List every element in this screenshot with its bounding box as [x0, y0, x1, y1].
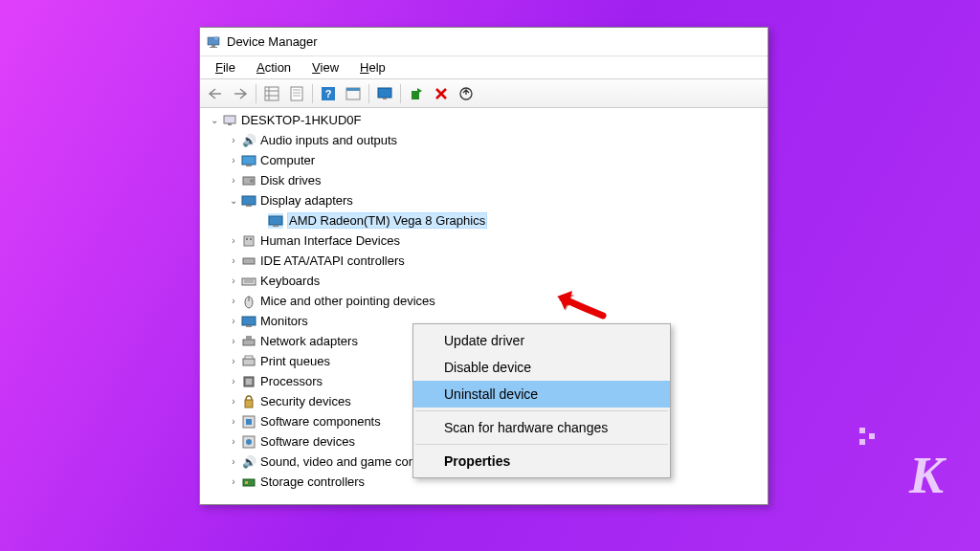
tree-category[interactable]: ›Keyboards	[204, 271, 768, 291]
scan-hardware-button[interactable]	[373, 82, 396, 105]
watermark-logo: K	[909, 446, 942, 505]
keyboard-icon	[241, 274, 256, 289]
chevron-down-icon[interactable]: ⌄	[208, 114, 221, 127]
chevron-right-icon[interactable]: ›	[227, 415, 240, 429]
tree-category[interactable]: ›🔊Audio inputs and outputs	[204, 130, 768, 150]
update-driver-button[interactable]	[455, 82, 478, 105]
tree-category-display-adapters[interactable]: ⌄Display adapters	[204, 190, 768, 210]
arrow-left-icon	[208, 87, 223, 100]
svg-rect-30	[244, 236, 254, 246]
chevron-right-icon[interactable]: ›	[227, 254, 240, 268]
menu-help[interactable]: Help	[350, 57, 395, 77]
svg-rect-1	[212, 45, 215, 47]
chevron-right-icon[interactable]: ›	[227, 455, 240, 469]
watermark-dots-icon	[859, 428, 884, 455]
disable-button[interactable]	[430, 82, 453, 105]
chevron-right-icon[interactable]: ›	[227, 475, 240, 489]
arrow-right-icon	[233, 87, 248, 100]
forward-button[interactable]	[229, 82, 252, 105]
tree-category[interactable]: ›Human Interface Devices	[204, 231, 768, 251]
context-menu-properties[interactable]: Properties	[413, 448, 670, 474]
menu-file[interactable]: File	[206, 57, 245, 77]
show-hidden-button[interactable]	[260, 82, 283, 105]
titlebar[interactable]: Device Manager	[200, 28, 768, 56]
menu-view[interactable]: View	[302, 57, 348, 77]
svg-rect-43	[243, 359, 255, 365]
chevron-right-icon[interactable]: ›	[227, 295, 240, 308]
tree-root[interactable]: ⌄ DESKTOP-1HKUD0F	[204, 110, 768, 130]
svg-rect-53	[245, 481, 248, 484]
svg-rect-41	[243, 340, 255, 345]
view-button[interactable]	[342, 82, 365, 105]
device-manager-window: Device Manager File Action View Help ?	[199, 27, 768, 505]
mouse-icon	[241, 294, 256, 309]
tree-device-amd-radeon[interactable]: AMD Radeon(TM) Vega 8 Graphics	[204, 210, 768, 231]
chevron-right-icon[interactable]: ›	[227, 315, 240, 328]
hid-icon	[241, 233, 256, 249]
monitor-icon	[241, 314, 256, 329]
chevron-right-icon[interactable]: ›	[227, 395, 240, 408]
svg-rect-23	[246, 165, 252, 166]
svg-rect-55	[859, 428, 865, 433]
back-button[interactable]	[204, 82, 227, 105]
svg-rect-44	[245, 356, 253, 359]
chevron-right-icon[interactable]: ›	[227, 355, 240, 368]
chevron-right-icon[interactable]: ›	[227, 234, 240, 248]
chevron-down-icon[interactable]: ⌄	[227, 194, 240, 208]
svg-point-51	[246, 439, 252, 445]
chevron-right-icon[interactable]: ›	[227, 375, 240, 388]
svg-rect-29	[273, 225, 278, 227]
svg-rect-40	[246, 325, 252, 327]
processor-icon	[241, 374, 256, 389]
printer-icon	[241, 354, 256, 369]
svg-point-25	[250, 179, 254, 183]
toolbar-separator	[312, 84, 313, 103]
tree-category[interactable]: ›IDE ATA/ATAPI controllers	[204, 251, 768, 271]
display-adapter-icon	[241, 193, 256, 209]
context-menu-separator	[415, 410, 668, 411]
display-adapter-icon	[268, 213, 283, 229]
toolbar-separator	[256, 84, 256, 103]
svg-rect-27	[246, 205, 252, 207]
svg-rect-49	[246, 419, 252, 425]
chevron-right-icon[interactable]: ›	[227, 174, 240, 187]
svg-rect-15	[346, 88, 360, 91]
svg-rect-46	[246, 379, 252, 385]
computer-icon	[241, 153, 256, 168]
context-menu-scan-hardware[interactable]: Scan for hardware changes	[413, 414, 670, 441]
context-menu-disable-device[interactable]: Disable device	[413, 354, 670, 381]
menu-action[interactable]: Action	[247, 57, 301, 77]
window-title: Device Manager	[227, 34, 318, 49]
chevron-right-icon[interactable]: ›	[227, 134, 240, 147]
svg-rect-21	[228, 123, 232, 125]
enable-button[interactable]	[405, 82, 428, 105]
svg-rect-20	[224, 116, 235, 123]
grid-icon	[264, 86, 279, 101]
sound-icon: 🔊	[241, 454, 256, 470]
chevron-right-icon[interactable]: ›	[227, 335, 240, 348]
tree-category[interactable]: ›Disk drives	[204, 170, 768, 190]
audio-icon: 🔊	[241, 133, 256, 148]
chevron-right-icon[interactable]: ›	[227, 435, 240, 449]
toolbar: ?	[200, 79, 768, 108]
chevron-right-icon[interactable]: ›	[227, 154, 240, 167]
svg-rect-56	[869, 433, 875, 439]
svg-point-3	[214, 36, 218, 40]
chevron-right-icon[interactable]: ›	[227, 275, 240, 288]
device-tree[interactable]: ⌄ DESKTOP-1HKUD0F ›🔊Audio inputs and out…	[200, 108, 768, 504]
properties-button[interactable]	[285, 82, 308, 105]
tree-category[interactable]: ›Computer	[204, 150, 768, 170]
help-icon: ?	[321, 86, 336, 101]
update-icon	[458, 86, 474, 101]
context-menu-uninstall-device[interactable]: Uninstall device	[413, 381, 670, 408]
svg-rect-2	[210, 47, 217, 48]
help-button[interactable]: ?	[317, 82, 340, 105]
svg-rect-16	[378, 88, 391, 98]
svg-rect-39	[242, 317, 256, 325]
tree-category[interactable]: ›Mice and other pointing devices	[204, 291, 768, 311]
toolbar-separator	[400, 84, 401, 103]
monitor-icon	[377, 86, 392, 101]
context-menu-update-driver[interactable]: Update driver	[413, 327, 670, 354]
context-menu: Update driver Disable device Uninstall d…	[412, 323, 671, 478]
svg-rect-32	[250, 238, 252, 240]
